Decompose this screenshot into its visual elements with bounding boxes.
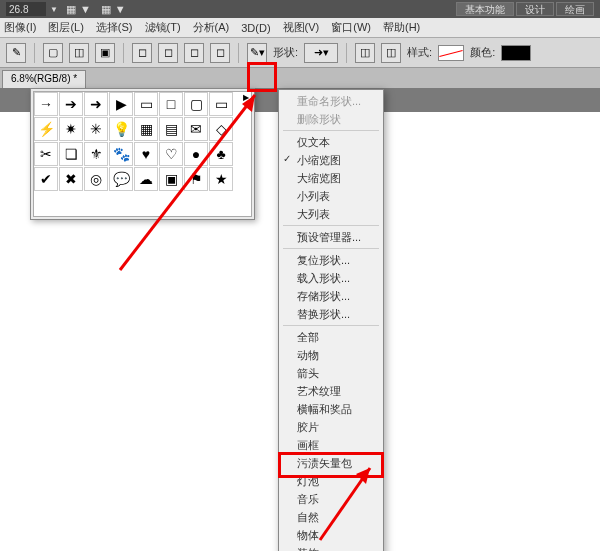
shape-scissors[interactable]: ✂ <box>34 142 58 166</box>
menu-analysis[interactable]: 分析(A) <box>193 20 230 35</box>
menu-select[interactable]: 选择(S) <box>96 20 133 35</box>
ctx-item[interactable]: 小缩览图 <box>279 151 383 169</box>
shape-puzzle[interactable]: ❏ <box>59 142 83 166</box>
ctx-item[interactable]: 画框 <box>279 436 383 454</box>
ctx-separator <box>283 325 379 326</box>
shape-lightning[interactable]: ⚡ <box>34 117 58 141</box>
ctx-item: 删除形状 <box>279 110 383 128</box>
color-swatch[interactable] <box>501 45 531 61</box>
combine-icon[interactable]: ◻ <box>132 43 152 63</box>
shape-clover[interactable]: ♣ <box>209 142 233 166</box>
ctx-item[interactable]: 小列表 <box>279 187 383 205</box>
ctx-item[interactable]: 大列表 <box>279 205 383 223</box>
shapes-palette: ▶ → ➔ ➜ ▶ ▭ □ ▢ ▭ ⚡ ✷ ✳ 💡 ▦ ▤ ✉ ◇ ✂ ❏ ⚜ … <box>30 88 255 220</box>
shape-label: 形状: <box>273 45 298 60</box>
menu-view[interactable]: 视图(V) <box>283 20 320 35</box>
shape-rect-outline[interactable]: ▭ <box>134 92 158 116</box>
document-tab-bar: 6.8%(RGB/8) * <box>0 68 600 88</box>
menu-bar: 图像(I) 图层(L) 选择(S) 滤镜(T) 分析(A) 3D(D) 视图(V… <box>0 18 600 38</box>
ctx-item[interactable]: 音乐 <box>279 490 383 508</box>
shape-heart-outline[interactable]: ♡ <box>159 142 183 166</box>
shape-fleur[interactable]: ⚜ <box>84 142 108 166</box>
ctx-separator <box>283 225 379 226</box>
shape-burst[interactable]: ✷ <box>59 117 83 141</box>
mode-paint-button[interactable]: 绘画 <box>556 2 594 16</box>
mode-essentials-button[interactable]: 基本功能 <box>456 2 514 16</box>
ctx-item[interactable]: 胶片 <box>279 418 383 436</box>
toolbar-glyph-icon[interactable]: ▦ <box>101 3 111 16</box>
document-tab[interactable]: 6.8%(RGB/8) * <box>2 70 86 88</box>
toolbar-glyph-icon[interactable]: ▼ <box>80 3 91 15</box>
tool-preset-icon[interactable]: ✎ <box>6 43 26 63</box>
shape-rect-rounded[interactable]: ▭ <box>209 92 233 116</box>
intersect-icon[interactable]: ◻ <box>184 43 204 63</box>
ctx-separator <box>283 130 379 131</box>
ctx-item[interactable]: 替换形状... <box>279 305 383 323</box>
ctx-item[interactable]: 载入形状... <box>279 269 383 287</box>
paths-icon[interactable]: ◫ <box>69 43 89 63</box>
shape-cloud[interactable]: ☁ <box>134 167 158 191</box>
shape-diamond[interactable]: ◇ <box>209 117 233 141</box>
ctx-item[interactable]: 箭头 <box>279 364 383 382</box>
shape-arrow-block[interactable]: ▶ <box>109 92 133 116</box>
shape-envelope[interactable]: ✉ <box>184 117 208 141</box>
align-icon[interactable]: ◫ <box>355 43 375 63</box>
shape-rays[interactable]: ✳ <box>84 117 108 141</box>
toolbar-glyph-icon[interactable]: ▦ <box>66 3 76 16</box>
ctx-item[interactable]: 艺术纹理 <box>279 382 383 400</box>
ctx-item[interactable]: 横幅和奖品 <box>279 400 383 418</box>
mode-design-button[interactable]: 设计 <box>516 2 554 16</box>
shape-blob[interactable]: ● <box>184 142 208 166</box>
shape-target[interactable]: ◎ <box>84 167 108 191</box>
shape-x[interactable]: ✖ <box>59 167 83 191</box>
align-icon[interactable]: ◫ <box>381 43 401 63</box>
shape-dropdown[interactable]: ➜▾ <box>304 43 338 63</box>
shape-grid[interactable]: ▦ <box>134 117 158 141</box>
shape-layers-icon[interactable]: ▢ <box>43 43 63 63</box>
ctx-item[interactable]: 大缩览图 <box>279 169 383 187</box>
shape-stamp[interactable]: ▣ <box>159 167 183 191</box>
ctx-item[interactable]: 动物 <box>279 346 383 364</box>
ctx-item[interactable]: 污渍矢量包 <box>279 454 383 472</box>
shape-arrow-wide[interactable]: ➜ <box>84 92 108 116</box>
options-bar: ✎ ▢ ◫ ▣ ◻ ◻ ◻ ◻ ✎▾ 形状: ➜▾ ◫ ◫ 样式: 颜色: <box>0 38 600 68</box>
ctx-item[interactable]: 装饰 <box>279 544 383 551</box>
shape-star[interactable]: ★ <box>209 167 233 191</box>
ctx-item[interactable]: 物体 <box>279 526 383 544</box>
subtract-icon[interactable]: ◻ <box>158 43 178 63</box>
shape-flag[interactable]: ⚑ <box>184 167 208 191</box>
ctx-item[interactable]: 全部 <box>279 328 383 346</box>
shape-heart[interactable]: ♥ <box>134 142 158 166</box>
ctx-item[interactable]: 仅文本 <box>279 133 383 151</box>
menu-help[interactable]: 帮助(H) <box>383 20 420 35</box>
pen-options-icon[interactable]: ✎▾ <box>247 43 267 63</box>
shape-square-outline[interactable]: ▢ <box>184 92 208 116</box>
shape-square-outline[interactable]: □ <box>159 92 183 116</box>
zoom-dropdown-icon[interactable]: ▼ <box>50 5 58 14</box>
menu-window[interactable]: 窗口(W) <box>331 20 371 35</box>
palette-flyout-icon[interactable]: ▶ <box>240 91 252 103</box>
color-label: 颜色: <box>470 45 495 60</box>
style-swatch[interactable] <box>438 45 464 61</box>
ctx-item[interactable]: 灯泡 <box>279 472 383 490</box>
app-top-bar: ▼ ▦ ▼ ▦ ▼ 基本功能 设计 绘画 <box>0 0 600 18</box>
ctx-item[interactable]: 存储形状... <box>279 287 383 305</box>
ctx-item[interactable]: 复位形状... <box>279 251 383 269</box>
menu-layer[interactable]: 图层(L) <box>48 20 83 35</box>
ctx-item[interactable]: 预设管理器... <box>279 228 383 246</box>
menu-filter[interactable]: 滤镜(T) <box>145 20 181 35</box>
toolbar-glyph-icon[interactable]: ▼ <box>115 3 126 15</box>
shape-check[interactable]: ✔ <box>34 167 58 191</box>
shape-paw[interactable]: 🐾 <box>109 142 133 166</box>
fill-pixels-icon[interactable]: ▣ <box>95 43 115 63</box>
shape-bulb[interactable]: 💡 <box>109 117 133 141</box>
menu-image[interactable]: 图像(I) <box>4 20 36 35</box>
shape-speech[interactable]: 💬 <box>109 167 133 191</box>
exclude-icon[interactable]: ◻ <box>210 43 230 63</box>
shape-arrow[interactable]: → <box>34 92 58 116</box>
ctx-item[interactable]: 自然 <box>279 508 383 526</box>
shape-arrow-solid[interactable]: ➔ <box>59 92 83 116</box>
menu-3d[interactable]: 3D(D) <box>241 22 270 34</box>
zoom-input[interactable] <box>6 2 46 16</box>
shape-grid[interactable]: ▤ <box>159 117 183 141</box>
